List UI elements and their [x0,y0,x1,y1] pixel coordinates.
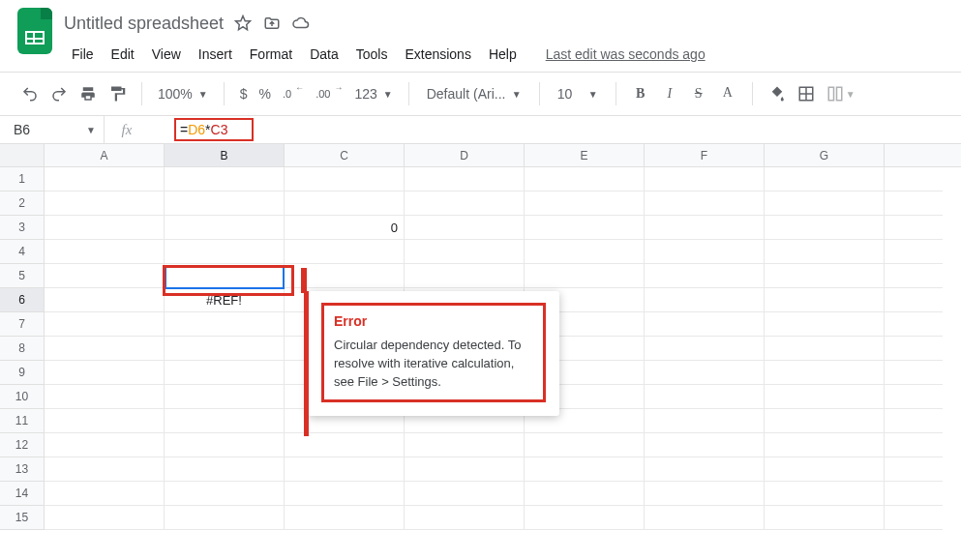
cell-G1[interactable] [765,167,885,192]
cell-B7[interactable] [165,312,285,337]
cell-F8[interactable] [645,337,765,361]
cell-B10[interactable] [165,385,285,409]
cell-H12[interactable] [885,433,943,457]
cell-B8[interactable] [165,337,285,361]
col-header-g[interactable]: G [765,144,885,166]
cell-G10[interactable] [765,385,885,409]
print-button[interactable] [75,80,101,107]
cell-E12[interactable] [525,433,645,457]
cell-F10[interactable] [645,385,765,409]
merge-cells-button[interactable]: ▼ [823,80,859,107]
cell-F3[interactable] [645,216,765,240]
cell-B4[interactable] [165,240,285,264]
cell-G7[interactable] [765,312,885,337]
row-header-8[interactable]: 8 [0,337,45,361]
sheets-logo[interactable] [15,8,54,54]
cell-E2[interactable] [525,192,645,216]
col-header-a[interactable]: A [45,144,165,166]
menu-edit[interactable]: Edit [104,43,142,66]
menu-help[interactable]: Help [481,43,525,66]
borders-button[interactable] [794,80,819,107]
cell-E5[interactable] [525,264,645,288]
fill-color-button[interactable] [765,80,790,107]
cell-B14[interactable] [165,482,285,506]
cell-H7[interactable] [885,312,943,337]
cell-A12[interactable] [45,433,165,457]
cell-F13[interactable] [645,457,765,482]
italic-button[interactable]: I [657,80,682,107]
menu-insert[interactable]: Insert [191,43,240,66]
cell-D12[interactable] [405,433,525,457]
cell-H6[interactable] [885,288,943,312]
row-header-5[interactable]: 5 [0,264,45,288]
cell-F1[interactable] [645,167,765,192]
cell-G14[interactable] [765,482,885,506]
row-header-6[interactable]: 6 [0,288,45,312]
cell-G12[interactable] [765,433,885,457]
cell-G3[interactable] [765,216,885,240]
cell-F9[interactable] [645,361,765,385]
cell-C14[interactable] [285,482,405,506]
cell-C13[interactable] [285,457,405,482]
cell-A8[interactable] [45,337,165,361]
row-header-2[interactable]: 2 [0,192,45,216]
row-header-11[interactable]: 11 [0,409,45,433]
row-header-10[interactable]: 10 [0,385,45,409]
cell-A10[interactable] [45,385,165,409]
cell-G9[interactable] [765,361,885,385]
decrease-decimal-button[interactable]: .0← [279,80,308,107]
cell-D13[interactable] [405,457,525,482]
formula-input[interactable]: = D6 * C3 [149,116,961,143]
cell-G2[interactable] [765,192,885,216]
cell-C15[interactable] [285,506,405,530]
font-select[interactable]: Default (Ari...▼ [421,80,527,107]
cell-H14[interactable] [885,482,943,506]
select-all-corner[interactable] [0,144,45,166]
cell-H10[interactable] [885,385,943,409]
row-header-13[interactable]: 13 [0,457,45,482]
cell-F11[interactable] [645,409,765,433]
cell-F15[interactable] [645,506,765,530]
cell-D15[interactable] [405,506,525,530]
cell-B13[interactable] [165,457,285,482]
menu-view[interactable]: View [144,43,189,66]
cell-A14[interactable] [45,482,165,506]
col-header-f[interactable]: F [645,144,765,166]
font-size-select[interactable]: 10▼ [552,80,604,107]
cell-A4[interactable] [45,240,165,264]
cell-E3[interactable] [525,216,645,240]
cell-A5[interactable] [45,264,165,288]
cell-E1[interactable] [525,167,645,192]
cell-H9[interactable] [885,361,943,385]
row-header-9[interactable]: 9 [0,361,45,385]
last-edit-link[interactable]: Last edit was seconds ago [546,46,706,62]
cell-H3[interactable] [885,216,943,240]
format-currency-button[interactable]: $ [236,80,252,107]
cell-G8[interactable] [765,337,885,361]
cell-E4[interactable] [525,240,645,264]
cell-D5[interactable] [405,264,525,288]
cell-F5[interactable] [645,264,765,288]
row-header-3[interactable]: 3 [0,216,45,240]
cell-A1[interactable] [45,167,165,192]
cell-F12[interactable] [645,433,765,457]
cell-C12[interactable] [285,433,405,457]
format-percent-button[interactable]: % [255,80,275,107]
cell-B2[interactable] [165,192,285,216]
row-header-4[interactable]: 4 [0,240,45,264]
cell-A3[interactable] [45,216,165,240]
cell-B15[interactable] [165,506,285,530]
cell-E14[interactable] [525,482,645,506]
cell-A2[interactable] [45,192,165,216]
cell-C2[interactable] [285,192,405,216]
menu-tools[interactable]: Tools [348,43,396,66]
col-header-h[interactable] [885,144,943,166]
cell-G4[interactable] [765,240,885,264]
redo-button[interactable] [46,80,72,107]
cell-G6[interactable] [765,288,885,312]
cell-F2[interactable] [645,192,765,216]
more-formats-button[interactable]: 123▼ [350,80,396,107]
cell-B5[interactable] [165,264,285,288]
cell-B9[interactable] [165,361,285,385]
cell-C4[interactable] [285,240,405,264]
